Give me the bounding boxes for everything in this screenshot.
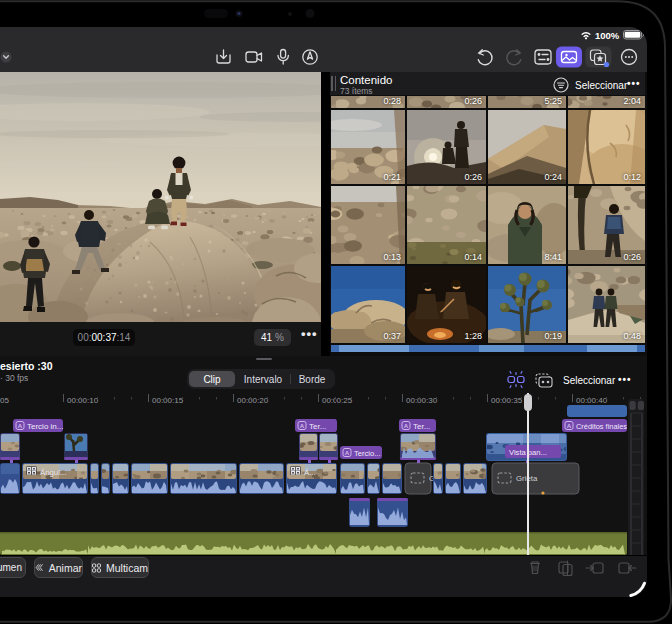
svg-text:A: A [345,449,350,456]
svg-text:A: A [567,422,572,429]
svg-text:Á...: Á... [304,468,316,477]
svg-text:Ter...: Ter... [413,422,430,431]
svg-text:A: A [18,422,23,429]
svg-text:Ángul...: Ángul... [40,468,66,477]
svg-text:Créditos finales: Créditos finales [576,422,627,431]
svg-text:Tercio...: Tercio... [354,449,381,458]
svg-text:A: A [404,422,409,429]
svg-text:A: A [300,422,305,429]
svg-text:Ter...: Ter... [309,422,326,431]
svg-text:Tercio in...: Tercio in... [27,422,63,431]
